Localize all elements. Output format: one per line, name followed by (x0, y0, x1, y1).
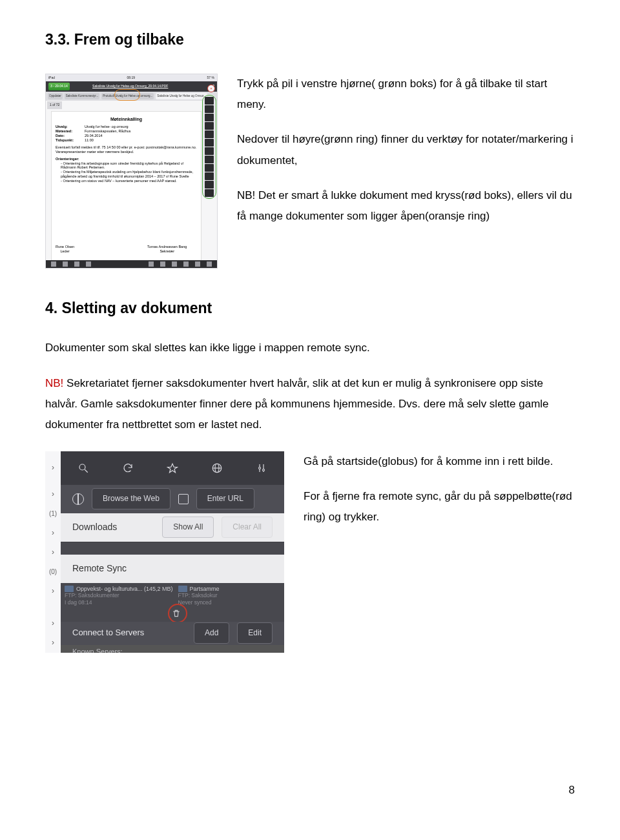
bottom-icon[interactable] (86, 261, 91, 267)
section33-para2: Nedover til høyre(grønn ring) finner du … (237, 129, 575, 171)
screenshot-remote-sync: › › (1) › › (0) › › › Browse the We (45, 451, 284, 653)
signer-left-role: Leder (56, 249, 74, 254)
chevron-right-icon[interactable]: › (45, 614, 61, 633)
tool-item-icon[interactable] (205, 189, 214, 197)
orient-item: - Orientering fra Miljøterapeutisk avdel… (61, 170, 197, 179)
orient-item: - Orientering om status ved NAV – konver… (61, 179, 197, 183)
remote-sync-label: Remote Sync (72, 560, 273, 577)
chevron-right-icon[interactable]: › (45, 524, 61, 543)
orient-item: - Orientering fra arbeidsgruppe som utre… (61, 161, 197, 170)
folder-sub2: Never synced (178, 600, 220, 606)
folder-sub1: FTP: Saksdokur (178, 593, 220, 599)
chevron-right-icon[interactable]: › (45, 485, 61, 504)
status-right: 57 % (207, 75, 214, 81)
ipad-status-bar: iPad 08:19 57 % (46, 74, 217, 82)
tab-item[interactable]: Protokoll Utvalg for Helse og omsorg... (101, 93, 154, 100)
section4-para2a: Sekretariatet fjerner saksdokumenter hve… (45, 377, 549, 431)
meta-value: 11:00 (85, 138, 94, 143)
heading-4: 4. Sletting av dokument (45, 294, 575, 323)
star-icon[interactable] (167, 462, 178, 474)
bottom-icon[interactable] (74, 261, 79, 267)
folder-sub2: I dag 08:14 (65, 600, 173, 606)
tool-item-icon[interactable] (205, 97, 214, 105)
chevron-right-icon[interactable]: › (45, 543, 61, 562)
folder-item[interactable]: Partsamme FTP: Saksdokur Never synced (178, 586, 220, 621)
annotation-toolbar (202, 95, 216, 199)
tool-item-icon[interactable] (205, 139, 214, 147)
tab-item[interactable]: Oppdater (48, 93, 63, 100)
folder-name: Partsamme (190, 586, 220, 592)
signer-left: Rune Olsen (56, 245, 74, 249)
add-button[interactable]: Add (194, 622, 229, 644)
tool-item-icon[interactable] (205, 172, 214, 180)
enter-url-button[interactable]: Enter URL (196, 488, 254, 509)
bottom-icon[interactable] (51, 261, 56, 267)
bottom-icon[interactable] (63, 261, 68, 267)
svg-marker-2 (167, 464, 177, 473)
tab-bar: Oppdater Saksliste Kommunestyr... Protok… (46, 92, 217, 101)
note-line2: Vararepresentanter møter etter nærmere b… (56, 150, 197, 154)
screenshot-pdf-viewer: iPad 08:19 57 % 3 - 29.04.14 Saksliste U… (45, 74, 218, 269)
folder-size: (145,2 MB) (144, 586, 173, 592)
note-line: Eventuelt forfall meldes til tlf. 75 14 … (56, 145, 197, 150)
back-button[interactable]: 3 - 29.04.14 (48, 83, 70, 90)
tool-item-icon[interactable] (205, 105, 214, 113)
status-center: 08:19 (127, 75, 136, 81)
close-icon[interactable]: × (207, 85, 215, 92)
clear-all-button[interactable]: Clear All (222, 517, 273, 538)
tool-item-icon[interactable] (205, 114, 214, 121)
folder-item[interactable]: Oppvekst- og kulturutva... (145,2 MB) FT… (65, 586, 173, 621)
downloads-label: Downloads (72, 518, 154, 536)
section4-para2: NB! Sekretariatet fjerner saksdokumenter… (45, 373, 575, 436)
signer-right-role: Sekretær (147, 249, 187, 254)
connect-servers-label: Connect to Servers (72, 625, 186, 641)
search-icon[interactable] (78, 462, 89, 474)
svg-line-1 (85, 469, 88, 473)
meta-value: 29.04.2014 (85, 134, 103, 138)
svg-point-0 (79, 464, 85, 470)
settings-icon[interactable] (256, 462, 267, 474)
section4-instr2: For å fjerne fra remote sync, går du på … (304, 486, 575, 528)
chevron-right-icon[interactable]: › (45, 633, 61, 653)
chevron-right-icon[interactable]: › (45, 582, 61, 601)
refresh-icon[interactable] (122, 462, 134, 474)
edit-button[interactable]: Edit (237, 622, 273, 644)
section4-instr1: Gå på startside(globus) for å komme inn … (304, 451, 575, 472)
bottom-icon[interactable] (195, 261, 200, 267)
document-page: Møteinnkalling Utvalg:Utvalg for helse- … (51, 111, 202, 267)
tool-item-icon[interactable] (205, 181, 214, 189)
strip-label: (0) (45, 562, 61, 582)
svg-point-7 (263, 469, 265, 471)
folder-icon (65, 586, 74, 592)
bottom-icon[interactable] (207, 261, 212, 267)
folder-sub1: FTP: Saksdokumenter (65, 593, 173, 599)
url-icon (178, 494, 189, 504)
bottom-icon[interactable] (172, 261, 177, 267)
tool-item-icon[interactable] (205, 147, 214, 155)
bottom-icon[interactable] (160, 261, 165, 267)
meta-value: Formannskapssalen, Rådhus (85, 129, 131, 134)
tab-item[interactable]: Saksliste Kommunestyr... (65, 93, 100, 100)
tool-item-icon[interactable] (205, 122, 214, 130)
page-number: 8 (569, 780, 575, 801)
meta-value: Utvalg for helse- og omsorg (85, 125, 129, 129)
chevron-right-icon[interactable]: › (45, 451, 61, 485)
tool-item-icon[interactable] (205, 130, 214, 138)
bottom-toolbar (46, 260, 217, 268)
bottom-icon[interactable] (183, 261, 189, 267)
orient-label: Orienteringer: (56, 157, 79, 161)
doc-heading: Møteinnkalling (56, 117, 197, 123)
folder-name: Oppvekst- og kulturutva... (76, 586, 143, 592)
tab-item-active[interactable]: Saksliste Utvalg for Helse og Omsor... (156, 93, 207, 100)
globe-icon[interactable] (211, 462, 223, 474)
show-all-button[interactable]: Show All (162, 517, 214, 538)
tool-item-icon[interactable] (205, 164, 214, 172)
nb-label: NB! (45, 377, 63, 389)
tool-item-icon[interactable] (205, 156, 214, 163)
browse-web-button[interactable]: Browse the Web (92, 488, 170, 509)
bottom-icon[interactable] (149, 261, 154, 267)
page-indicator: 1 of 72 (47, 101, 62, 109)
strip-label: (1) (45, 504, 61, 524)
trash-icon[interactable] (172, 609, 181, 622)
signer-right: Tomas Andreassen Bang (147, 245, 187, 249)
